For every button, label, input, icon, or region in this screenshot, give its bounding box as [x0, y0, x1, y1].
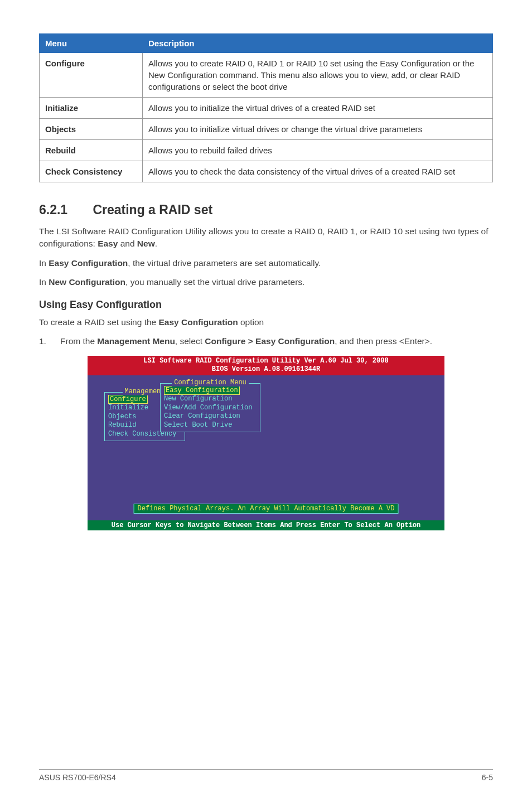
table-row: Configure Allows you to create RAID 0, R… — [40, 53, 493, 98]
configuration-menu-title: Configuration Menu — [172, 379, 249, 386]
subheading: Using Easy Configuration — [39, 299, 493, 311]
management-menu-item-configure[interactable]: Configure — [108, 395, 148, 404]
desc-cell: Allows you to initialize the virtual dri… — [143, 98, 493, 119]
text: In — [39, 277, 49, 287]
bios-screenshot: LSI Software RAID Configuration Utility … — [88, 356, 444, 530]
table-row: Objects Allows you to initialize virtual… — [40, 119, 493, 140]
desc-cell: Allows you to initialize virtual drives … — [143, 119, 493, 140]
menu-cell: Rebuild — [40, 140, 143, 161]
step-number: 1. — [39, 335, 60, 347]
configuration-menu-box: Configuration Menu Easy Configuration Ne… — [160, 383, 260, 432]
section-heading: 6.2.1 Creating a RAID set — [39, 202, 493, 218]
bios-footer-hint: Use Cursor Keys to Navigate Between Item… — [88, 520, 444, 530]
text: . — [155, 239, 157, 248]
table-row: Check Consistency Allows you to check th… — [40, 161, 493, 182]
menu-cell: Initialize — [40, 98, 143, 119]
bold-text: Easy Configuration — [159, 317, 238, 327]
bold-text: Configure > Easy Configuration — [205, 336, 335, 346]
bios-status-box: Defines Physical Arrays. An Array Will A… — [134, 504, 399, 514]
text: In — [39, 258, 49, 268]
text: and — [118, 239, 137, 248]
table-header-menu: Menu — [40, 34, 143, 53]
paragraph: In New Configuration, you manually set t… — [39, 276, 493, 288]
bold-text: New — [137, 239, 155, 248]
text: , you manually set the virtual drive par… — [125, 277, 304, 287]
text: To create a RAID set using the — [39, 317, 159, 327]
desc-cell: Allows you to check the data consistency… — [143, 161, 493, 182]
paragraph: To create a RAID set using the Easy Conf… — [39, 316, 493, 328]
bold-text: Management Menu — [97, 336, 175, 346]
menu-cell: Objects — [40, 119, 143, 140]
text: option — [238, 317, 264, 327]
bios-title-line2: BIOS Version A.08.09161344R — [88, 365, 444, 374]
configuration-menu-item-view-add[interactable]: View/Add Configuration — [164, 404, 257, 413]
section-number: 6.2.1 — [39, 202, 89, 218]
bold-text: New Configuration — [49, 277, 125, 287]
menu-cell: Configure — [40, 53, 143, 98]
paragraph: In Easy Configuration, the virtual drive… — [39, 257, 493, 269]
paragraph: The LSI Software RAID Configuration Util… — [39, 225, 493, 250]
page-footer-left: ASUS RS700-E6/RS4 — [39, 773, 116, 782]
configuration-menu-item-clear[interactable]: Clear Configuration — [164, 412, 257, 421]
text: , and then press <Enter>. — [335, 336, 432, 346]
bold-text: Easy — [98, 239, 118, 248]
page-footer-right: 6-5 — [482, 773, 493, 782]
bios-body: Management Configure Initialize Objects … — [88, 375, 444, 520]
desc-cell: Allows you to rebuild failed drives — [143, 140, 493, 161]
table-row: Rebuild Allows you to rebuild failed dri… — [40, 140, 493, 161]
page-footer: ASUS RS700-E6/RS4 6-5 — [39, 769, 493, 782]
desc-cell: Allows you to create RAID 0, RAID 1 or R… — [143, 53, 493, 98]
menu-description-table: Menu Description Configure Allows you to… — [39, 33, 493, 182]
configuration-menu-item-easy[interactable]: Easy Configuration — [164, 386, 240, 395]
text: , the virtual drive parameters are set a… — [128, 258, 321, 268]
bios-title-line1: LSI Software RAID Configuration Utility … — [88, 357, 444, 366]
step-text: From the Management Menu, select Configu… — [60, 335, 432, 347]
configuration-menu-item-new[interactable]: New Configuration — [164, 395, 257, 404]
text: , select — [175, 336, 205, 346]
bold-text: Easy Configuration — [49, 258, 128, 268]
configuration-menu-item-select-boot[interactable]: Select Boot Drive — [164, 421, 257, 430]
step-1: 1. From the Management Menu, select Conf… — [39, 335, 493, 347]
menu-cell: Check Consistency — [40, 161, 143, 182]
section-title: Creating a RAID set — [93, 202, 212, 217]
bios-header: LSI Software RAID Configuration Utility … — [88, 356, 444, 375]
table-header-description: Description — [143, 34, 493, 53]
table-row: Initialize Allows you to initialize the … — [40, 98, 493, 119]
text: From the — [60, 336, 97, 346]
